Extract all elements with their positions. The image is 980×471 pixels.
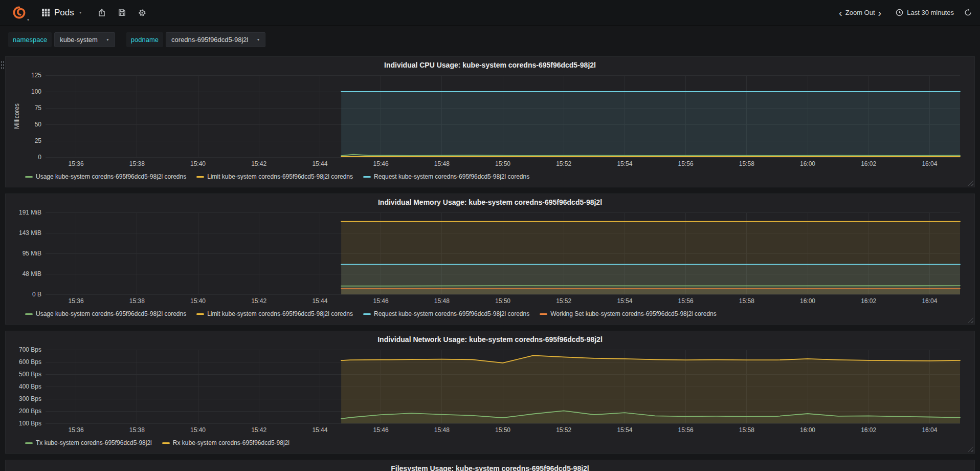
legend-label: Request kube-system coredns-695f96dcd5-9…	[374, 310, 529, 317]
chevron-down-icon: ▼	[256, 38, 260, 41]
gear-icon	[138, 9, 146, 17]
row-drag-handle[interactable]	[1, 60, 5, 70]
legend-item[interactable]: Request kube-system coredns-695f96dcd5-9…	[363, 310, 529, 317]
legend-item[interactable]: Request kube-system coredns-695f96dcd5-9…	[363, 173, 529, 180]
svg-text:15:42: 15:42	[251, 160, 266, 167]
series-color-swatch	[363, 176, 371, 178]
series-color-swatch	[196, 176, 204, 178]
svg-text:143 MiB: 143 MiB	[19, 229, 41, 237]
svg-text:15:38: 15:38	[129, 297, 145, 305]
panel-title[interactable]: Individual CPU Usage: kube-system coredn…	[12, 59, 968, 71]
svg-text:15:36: 15:36	[69, 426, 84, 434]
legend-item[interactable]: Usage kube-system coredns-695f96dcd5-98j…	[25, 310, 186, 317]
panel-resize-handle[interactable]	[968, 317, 973, 323]
dashboard-picker[interactable]: Pods ▼	[38, 5, 86, 21]
svg-text:15:50: 15:50	[495, 426, 510, 434]
svg-text:15:40: 15:40	[190, 160, 206, 167]
variable-podname: podname coredns-695f96dcd5-98j2l ▼	[126, 32, 265, 47]
svg-text:16:02: 16:02	[861, 160, 876, 167]
cpu-usage-chart: 025507510012515:3615:3815:4015:4215:4415…	[12, 71, 968, 169]
network-chart-area[interactable]: 100 Bps200 Bps300 Bps400 Bps500 Bps600 B…	[12, 346, 968, 436]
grafana-logo-icon	[12, 6, 26, 19]
legend-label: Tx kube-system coredns-695f96dcd5-98j2l	[36, 439, 152, 446]
panel-title[interactable]: Individual Memory Usage: kube-system cor…	[12, 196, 968, 208]
svg-text:15:36: 15:36	[69, 297, 84, 305]
refresh-button[interactable]	[964, 9, 972, 16]
svg-text:15:48: 15:48	[434, 160, 450, 167]
time-range-picker[interactable]: Last 30 minutes	[896, 9, 954, 16]
legend-label: Rx kube-system coredns-695f96dcd5-98j2l	[173, 439, 289, 446]
svg-text:15:54: 15:54	[617, 426, 632, 434]
cpu-chart-area[interactable]: 025507510012515:3615:3815:4015:4215:4415…	[12, 71, 968, 169]
shift-time-forward-button[interactable]: ›	[875, 8, 885, 18]
svg-text:400 Bps: 400 Bps	[19, 383, 41, 390]
submenu: namespace kube-system ▼ podname coredns-…	[0, 26, 980, 53]
svg-text:15:58: 15:58	[739, 297, 754, 305]
svg-text:50: 50	[35, 121, 42, 128]
legend-label: Working Set kube-system coredns-695f96dc…	[550, 310, 717, 317]
svg-text:48 MiB: 48 MiB	[23, 270, 41, 277]
svg-text:125: 125	[31, 72, 41, 79]
chevron-down-icon: ▼	[79, 11, 82, 14]
grafana-logo-button[interactable]: ▼	[8, 0, 30, 25]
legend-item[interactable]: Limit kube-system coredns-695f96dcd5-98j…	[196, 310, 353, 317]
svg-text:15:56: 15:56	[678, 426, 694, 434]
save-button[interactable]	[118, 9, 126, 16]
legend-item[interactable]: Usage kube-system coredns-695f96dcd5-98j…	[25, 173, 186, 180]
svg-text:15:54: 15:54	[617, 160, 632, 167]
logo-caret-icon: ▼	[27, 18, 30, 22]
dashboard-title: Pods	[54, 8, 74, 18]
variable-label-podname: podname	[126, 32, 163, 47]
panel-resize-handle[interactable]	[968, 180, 973, 186]
legend-label: Limit kube-system coredns-695f96dcd5-98j…	[207, 173, 353, 180]
variable-value-text: kube-system	[60, 36, 98, 44]
series-color-swatch	[363, 313, 371, 315]
chevron-down-icon: ▼	[106, 38, 109, 41]
navbar: ▼ Pods ▼ ‹ Zoom	[0, 0, 980, 26]
svg-text:700 Bps: 700 Bps	[19, 346, 41, 353]
series-color-swatch	[25, 176, 33, 178]
memory-chart-area[interactable]: 0 B48 MiB95 MiB143 MiB191 MiB15:3615:381…	[12, 208, 968, 307]
svg-text:0: 0	[38, 154, 41, 161]
legend-item[interactable]: Limit kube-system coredns-695f96dcd5-98j…	[196, 173, 353, 180]
legend-item[interactable]: Tx kube-system coredns-695f96dcd5-98j2l	[25, 439, 152, 446]
panel-title[interactable]: Filesystem Usage: kube-system coredns-69…	[12, 462, 968, 471]
legend: Tx kube-system coredns-695f96dcd5-98j2lR…	[12, 436, 968, 449]
svg-text:15:48: 15:48	[434, 426, 450, 434]
svg-text:15:44: 15:44	[312, 297, 327, 305]
variable-value-namespace[interactable]: kube-system ▼	[54, 32, 115, 47]
legend-label: Usage kube-system coredns-695f96dcd5-98j…	[36, 173, 186, 180]
svg-text:191 MiB: 191 MiB	[19, 209, 41, 216]
navbar-actions	[98, 9, 146, 17]
svg-text:15:58: 15:58	[739, 160, 754, 167]
panel-title[interactable]: Individual Network Usage: kube-system co…	[12, 333, 968, 346]
series-color-swatch	[162, 442, 170, 444]
svg-text:15:36: 15:36	[69, 160, 84, 167]
svg-text:15:44: 15:44	[312, 160, 327, 167]
panel-resize-handle[interactable]	[968, 446, 973, 452]
zoom-out-button[interactable]: Zoom Out	[845, 9, 875, 16]
svg-text:15:42: 15:42	[251, 426, 266, 434]
svg-text:16:04: 16:04	[922, 160, 937, 167]
save-icon	[118, 9, 126, 16]
svg-text:15:38: 15:38	[129, 426, 145, 434]
variable-value-podname[interactable]: coredns-695f96dcd5-98j2l ▼	[166, 32, 265, 47]
svg-text:16:00: 16:00	[800, 160, 815, 167]
shift-time-back-button[interactable]: ‹	[836, 8, 845, 18]
variable-label-namespace: namespace	[8, 32, 52, 47]
settings-button[interactable]	[138, 9, 146, 17]
svg-text:200 Bps: 200 Bps	[19, 408, 41, 415]
svg-text:15:56: 15:56	[678, 160, 694, 167]
svg-text:16:02: 16:02	[861, 426, 876, 434]
clock-icon	[896, 9, 903, 16]
legend-item[interactable]: Rx kube-system coredns-695f96dcd5-98j2l	[162, 439, 289, 446]
series-color-swatch	[25, 442, 33, 444]
svg-text:100: 100	[31, 88, 41, 95]
svg-text:15:44: 15:44	[312, 426, 327, 434]
svg-text:15:50: 15:50	[495, 160, 510, 167]
share-button[interactable]	[98, 9, 106, 17]
svg-text:95 MiB: 95 MiB	[23, 250, 41, 257]
legend-item[interactable]: Working Set kube-system coredns-695f96dc…	[540, 310, 717, 317]
time-range-label: Last 30 minutes	[907, 9, 954, 16]
panel-filesystem-usage: Filesystem Usage: kube-system coredns-69…	[5, 460, 975, 471]
